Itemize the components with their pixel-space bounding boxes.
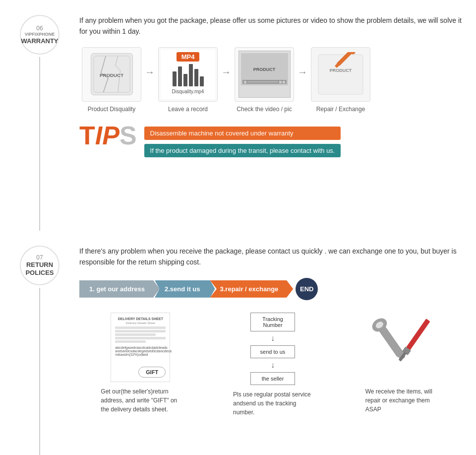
tip-msg-2: If the product damaged during the transi… [144,144,341,157]
warranty-badge: 06 VIPFIXPHONE WARRANTY [20,15,60,55]
step-box-repair: PRODUCT [311,47,370,102]
bar-3 [183,74,187,86]
svg-rect-17 [405,319,430,352]
flow-step-3: 3.repair / exchange [210,280,294,298]
warranty-label: 06 VIPFIXPHONE WARRANTY [10,15,69,231]
video-product-label: PRODUCT [253,67,276,72]
return-item-tracking: Tracking Number ↓ send to us ↓ the selle… [212,313,334,417]
tools-area [370,313,440,382]
tools-desc: We receive the items, will repair or exc… [365,387,445,414]
step-label-record: Leave a record [168,106,208,113]
product-broken-icon: PRODUCT [91,53,133,95]
tracking-desc: Pls use regular postal service andsend u… [233,390,312,417]
svg-text:PRODUCT: PRODUCT [99,72,123,78]
warranty-description: If any problem when you got the package,… [79,15,466,37]
seller-box: the seller [250,372,295,385]
mp4-content: MP4 Disquality.mp4 [161,50,215,99]
tracking-arrow-down: ↓ [271,334,275,343]
mp4-bars [173,64,204,86]
delivery-title: DELIVERY DETAILS SHEET [115,317,166,321]
step-label-repair: Repair / Exchange [316,106,365,113]
d-line-2 [115,330,166,332]
d-line-3 [115,333,156,336]
d-line-1 [115,326,166,329]
return-num: 07 [36,254,43,261]
step-check-video: PRODUCT Check the video / pic [232,47,297,113]
return-label: 07 RETURN POLICES [10,246,69,455]
warranty-vertical-line [39,57,40,231]
step-box-product: PRODUCT [82,47,141,102]
return-vertical-line [39,288,40,455]
step-box-video: PRODUCT [235,47,294,102]
step-box-mp4: MP4 Disquality.mp4 [158,47,218,102]
tips-section: T I P S Disassemble machine not covered … [79,123,466,157]
tips-messages: Disassemble machine not covered under wa… [144,127,341,157]
tips-P: P [102,123,119,148]
return-description: If there's any problem when you receive … [79,246,466,268]
gift-button: GIFT [138,367,166,378]
step-leave-record: MP4 Disquality.mp4 Leave a record [156,47,220,113]
warranty-title-bot: WARRANTY [21,37,58,45]
tip-msg-1: Disassemble machine not covered under wa… [144,127,341,140]
return-badge: 07 RETURN POLICES [20,246,60,285]
tips-word: T I P S [79,123,137,148]
tracking-arrow-down-2: ↓ [271,361,275,370]
delivery-subtitle: Delivery Details Sheet [115,322,166,325]
arrow-2: → [221,66,231,93]
flow-step-2: 2.send it us [155,280,215,298]
tips-S: S [119,123,137,148]
warranty-num: 06 [36,25,43,32]
return-section: 07 RETURN POLICES If there's any problem… [0,236,476,455]
d-line-5 [115,340,145,343]
tips-I: I [95,123,102,148]
flow-bar: 1. get our address 2.send it us 3.repair… [79,278,466,300]
flow-end: END [296,278,318,300]
bar-4 [189,64,193,86]
bar-2 [178,66,182,86]
arrow-1: → [145,66,155,93]
step-repair: PRODUCT Repair / Exchange [308,47,373,113]
return-content: If there's any problem when you receive … [69,246,466,455]
warranty-section: 06 VIPFIXPHONE WARRANTY If any problem w… [0,0,476,236]
bar-5 [194,69,198,86]
return-item-delivery: DELIVERY DETAILS SHEET Delivery Details … [79,313,202,414]
svg-text:PRODUCT: PRODUCT [330,68,352,73]
mp4-badge: MP4 [177,52,200,62]
mp4-filename: Disquality.mp4 [172,89,204,94]
tips-T: T [79,123,95,148]
warranty-title-top: VIPFIXPHONE [25,32,55,37]
bar-1 [173,71,177,86]
tracking-number-box: Tracking Number [250,313,295,331]
delivery-text-block: abcdefgasedcascdcadcdadcteads andsandcsd… [115,346,166,356]
return-title-bot: POLICES [25,269,54,277]
warranty-steps-row: PRODUCT Product Disquality → MP4 [79,47,466,113]
delivery-sheet: DELIVERY DETAILS SHEET Delivery Details … [111,313,170,382]
delivery-desc: Get our(the seller's)return address, and… [101,387,180,414]
tools-icon [370,315,440,380]
warranty-content: If any problem when you got the package,… [69,15,466,231]
send-to-us-box: send to us [250,345,295,358]
return-items-row: DELIVERY DETAILS SHEET Delivery Details … [79,313,466,417]
return-title-top: RETURN [26,261,53,269]
step-label-video: Check the video / pic [237,106,292,113]
arrow-3: → [298,66,307,93]
repair-icon: PRODUCT [316,52,365,97]
d-line-4 [115,337,166,339]
bar-6 [200,76,204,86]
step-label-product: Product Disquality [88,106,136,113]
tracking-flow: Tracking Number ↓ send to us ↓ the selle… [248,313,298,385]
return-item-tools: We receive the items, will repair or exc… [344,313,466,414]
step-product-disquality: PRODUCT Product Disquality [79,47,144,113]
flow-step-1: 1. get our address [79,280,160,298]
